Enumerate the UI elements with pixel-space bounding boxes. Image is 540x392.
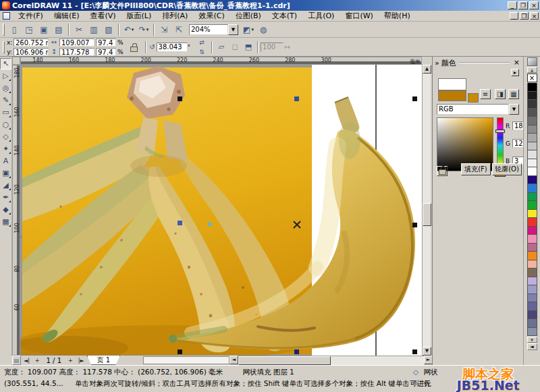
ellipse-tool[interactable]: ○ [0,119,11,130]
toolbar-grip[interactable] [3,24,5,36]
freehand-tool[interactable]: ✎ [0,94,11,106]
outline-button[interactable]: 轮廓(O) [492,163,522,175]
palette-swatch-27[interactable] [527,311,537,320]
handle-bottom-middle[interactable] [294,349,299,354]
horizontal-scroll-thumb[interactable] [238,356,331,365]
palette-swatch-10[interactable] [527,167,537,176]
paste-button[interactable]: ▧ [102,23,115,36]
add-page-before-button[interactable]: + [32,356,43,365]
palette-swatch-15[interactable] [527,210,537,219]
horizontal-ruler[interactable]: 毫米 140160180200220240260280300 [20,57,422,65]
menu-item-6[interactable]: 位图(B) [230,10,267,22]
color-model-arrow-icon[interactable]: ▼ [509,104,519,115]
menu-item-3[interactable]: 版面(L) [122,10,157,22]
polygon-tool[interactable]: ◇ [0,131,11,142]
docker-lock-icon[interactable] [437,166,448,176]
palette-swatch-2[interactable] [527,100,537,109]
menu-item-9[interactable]: 窗口(W) [340,10,378,22]
no-color-swatch[interactable]: × [527,74,537,82]
handle-top-right[interactable] [412,96,417,101]
curve-node-marker[interactable] [208,223,211,226]
copy-button[interactable]: ▥ [87,23,101,36]
eyedropper-tool[interactable]: ◢ [0,179,11,191]
add-page-after-button[interactable]: + [65,356,76,365]
shape-tool[interactable]: ▷ [0,70,11,82]
coreldraw-app-icon[interactable] [2,1,10,9]
palette-swatch-17[interactable] [527,227,537,235]
palette-swatch-14[interactable] [527,201,537,210]
hue-slider-handle[interactable] [495,130,505,133]
menu-item-5[interactable]: 效果(C) [193,10,230,22]
scroll-up-icon[interactable]: ▲ [423,65,431,74]
rotation-angle-field[interactable]: 38.043 [157,43,188,52]
page-sorter-icon[interactable]: ▤ [12,356,21,365]
palette-swatch-6[interactable] [527,134,537,142]
basic-shapes-tool[interactable]: ✦ [0,143,11,155]
propbar-grip[interactable] [3,41,5,53]
palette-swatch-9[interactable] [527,159,537,168]
y-position-field[interactable]: 106.906 m [14,48,49,56]
vertical-scrollbar[interactable]: ▲ ▼ [422,65,431,356]
handle-top-middle[interactable] [294,96,299,101]
handle-middle-right[interactable] [412,223,417,227]
color-model-select[interactable]: RGB ▼ [437,104,519,115]
outline-tool[interactable]: ✒ [0,192,11,203]
scroll-down-icon[interactable]: ▼ [423,347,431,356]
mirror-vertical-button[interactable]: ⇅ [196,48,208,56]
new-button[interactable]: ▯ [7,23,21,36]
undo-button[interactable]: ↶▾ [122,23,136,36]
document-window-icon[interactable] [3,12,10,20]
minimize-button[interactable]: _ [508,1,517,9]
menu-item-8[interactable]: 工具(O) [302,10,340,22]
palette-swatch-13[interactable] [527,193,537,202]
vertical-scroll-thumb[interactable] [423,203,431,226]
palette-swatch-19[interactable] [527,244,537,252]
scroll-left-icon[interactable]: ◄ [230,356,238,364]
docker-close-icon[interactable]: × [512,59,521,66]
color-sliders-icon[interactable]: ≡ [480,89,491,99]
last-page-button[interactable]: |► [76,356,87,365]
docker-collapse-icon[interactable]: » [435,59,439,67]
menu-item-7[interactable]: 文本(T) [267,10,302,22]
first-page-button[interactable]: ◄| [21,356,32,365]
docker-title-bar[interactable]: » 颜色 × [435,58,521,67]
import-button[interactable]: ⇲ [157,23,171,36]
pick-tool[interactable]: ↖ [0,58,11,69]
save-button[interactable]: ▣ [37,23,51,36]
palette-swatch-12[interactable] [527,184,537,193]
palette-swatch-1[interactable] [527,92,537,101]
fill-button[interactable]: 填充(F) [461,163,491,175]
mirror-horizontal-button[interactable]: ⇄ [196,38,208,47]
corel-online-button[interactable]: ◍ [256,23,270,36]
object-width-field[interactable]: 109.007 [59,38,94,47]
rectangle-tool[interactable]: ▭ [0,107,11,118]
menu-item-10[interactable]: 帮助(H) [379,10,416,22]
palette-swatch-7[interactable] [527,142,537,151]
cut-button[interactable]: ✂ [72,23,86,36]
print-button[interactable]: ▤ [52,23,65,36]
handle-top-left[interactable] [178,96,182,101]
edit-bitmap-button[interactable]: ▱ [215,40,228,54]
application-launcher-button[interactable]: ◩▾ [242,23,255,36]
interactive-blend-tool[interactable]: ▣ [0,167,11,179]
palette-swatch-16[interactable] [527,218,537,227]
doc-close-button[interactable]: × [530,12,539,20]
menu-item-0[interactable]: 文件(F) [13,10,49,22]
object-height-field[interactable]: 117.578 [59,48,94,56]
palette-swatch-4[interactable] [527,117,537,125]
color-model-value[interactable]: RGB [437,104,509,115]
scale-x-field[interactable]: 97.4 [96,38,116,47]
lock-ratio-icon[interactable] [130,47,138,52]
palette-expand-icon[interactable]: ◄ [527,343,537,350]
page-tab[interactable]: 页 1 [87,356,121,365]
menu-item-2[interactable]: 查看(V) [84,10,121,22]
palette-swatch-23[interactable] [527,277,537,286]
palette-swatch-8[interactable] [527,150,537,159]
handle-bottom-left[interactable] [178,349,182,354]
doc-restore-button[interactable]: ❐ [520,12,529,20]
palette-swatch-0[interactable] [527,83,537,92]
zoom-level-value[interactable]: 204% [189,24,228,35]
doc-minimize-button[interactable]: _ [510,12,518,20]
palette-options-icon[interactable] [527,57,537,66]
docker-flyout-icon[interactable]: ▸ [511,69,519,76]
